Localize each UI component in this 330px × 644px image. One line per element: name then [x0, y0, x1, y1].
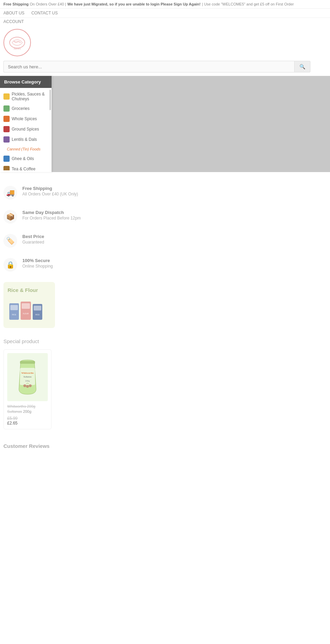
feature-subtitle-secure: Online Shopping [22, 264, 53, 269]
browse-scrollbar[interactable] [50, 90, 51, 110]
feature-same-day: 📦 Same Day Dispatch For Orders Placed Be… [3, 210, 327, 224]
svg-rect-11 [20, 361, 35, 364]
category-icon-whole-spices [3, 116, 10, 122]
banner-shipping: Free Shipping On Orders Over £40 | [3, 2, 66, 6]
special-product-section: Special product Whitworths Sultanas 200g [0, 335, 330, 436]
feature-title-price: Best Price [22, 234, 44, 239]
browse-panel: Browse Category Pickles, Sauces & Chutne… [0, 76, 52, 172]
category-label-groceries: Groceries [12, 106, 30, 111]
category-label-whole-spices: Whole Spices [12, 116, 37, 121]
canned-section-label: Canned (Tin) Foods [3, 146, 44, 152]
browse-panel-list: Pickles, Sauces & Chutneys Groceries Who… [0, 88, 52, 170]
feature-subtitle-price: Guaranteed [22, 240, 44, 245]
category-ghee[interactable]: Ghee & Oils [0, 154, 52, 164]
free-shipping-icon: 🚚 [3, 186, 17, 200]
special-product-title: Special product [3, 338, 327, 344]
search-button[interactable]: 🔍 [294, 61, 310, 72]
svg-text:FLOUR: FLOUR [23, 313, 29, 315]
category-label-tea: Tea & Coffee [12, 167, 35, 170]
category-groceries[interactable]: Groceries [0, 103, 52, 114]
free-shipping-text: Free Shipping All Orders Over £40 (UK On… [22, 186, 78, 196]
hero-image-area [52, 76, 330, 172]
browse-panel-title: Browse Category [0, 76, 52, 88]
account-label[interactable]: ACCOUNT [3, 19, 24, 24]
nav-bar: ABOUT US CONTACT US [0, 9, 330, 18]
category-section-canned: Canned (Tin) Foods [0, 145, 52, 154]
banner-migration: We have just Migrated, so if you are una… [67, 2, 201, 6]
rice-flour-svg: RICE FLOUR RICE [8, 296, 49, 324]
sultanas-svg: Whitworths Sultanas 200g [14, 358, 41, 396]
best-price-text: Best Price Guaranteed [22, 234, 44, 245]
svg-text:200g: 200g [25, 380, 30, 382]
svg-text:Sultanas: Sultanas [23, 376, 31, 378]
svg-rect-9 [34, 306, 41, 310]
category-icon-ground-spices [3, 126, 10, 132]
category-card-section: Rice & Flour RICE FLOUR RICE [0, 279, 330, 335]
svg-point-17 [26, 385, 29, 388]
rice-flour-card[interactable]: Rice & Flour RICE FLOUR RICE [3, 282, 55, 328]
feature-best-price: 🏷️ Best Price Guaranteed [3, 234, 327, 248]
banner-coupon: | Use code "WELCOME5" and get £5 off on … [202, 2, 294, 6]
category-label-ghee: Ghee & Oils [12, 156, 34, 161]
category-icon-pickles [3, 93, 10, 100]
nav-contact[interactable]: CONTACT US [31, 11, 58, 15]
category-pickles[interactable]: Pickles, Sauces & Chutneys [0, 90, 52, 103]
category-tea[interactable]: Tea & Coffee [0, 164, 52, 170]
feature-secure: 🔒 100% Secure Online Shopping [3, 258, 327, 272]
svg-text:RICE: RICE [35, 314, 40, 316]
category-icon-ghee [3, 156, 10, 162]
search-icon: 🔍 [299, 64, 305, 69]
product-card-sultanas[interactable]: Whitworths Sultanas 200g Whitworths 200g… [3, 349, 52, 429]
feature-title-secure: 100% Secure [22, 258, 53, 263]
logo[interactable]: Sarees [3, 29, 31, 56]
search-bar: 🔍 [0, 58, 330, 76]
hero-section: Browse Category Pickles, Sauces & Chutne… [0, 76, 330, 172]
search-input[interactable] [3, 61, 294, 72]
logo-svg: Sarees [7, 32, 28, 53]
svg-rect-3 [10, 305, 18, 310]
reviews-section: Customer Reviews [0, 436, 330, 456]
feature-subtitle-dispatch: For Orders Placed Before 12pm [22, 216, 81, 221]
category-icon-tea [3, 166, 10, 170]
same-day-icon: 📦 [3, 210, 17, 224]
product-name-suffix: 200g [23, 409, 31, 414]
top-banner: Free Shipping On Orders Over £40 | We ha… [0, 0, 330, 9]
nav-about[interactable]: ABOUT US [3, 11, 24, 15]
product-prices: £5.99 £2.65 [7, 416, 48, 426]
logo-area: Sarees [0, 25, 330, 58]
feature-title-shipping: Free Shipping [22, 186, 78, 191]
category-label-ground-spices: Ground Spices [12, 127, 39, 132]
feature-title-dispatch: Same Day Dispatch [22, 210, 81, 215]
svg-text:RICE: RICE [12, 314, 16, 316]
secure-text: 100% Secure Online Shopping [22, 258, 53, 269]
svg-text:Sarees: Sarees [13, 47, 21, 50]
feature-subtitle-shipping: All Orders Over £40 (UK Only) [22, 192, 78, 196]
price-sale: £2.65 [7, 421, 48, 426]
category-label-pickles: Pickles, Sauces & Chutneys [12, 92, 48, 101]
best-price-icon: 🏷️ [3, 234, 17, 248]
product-name-sultanas: Whitworths 200g Sultanas 200g [7, 404, 48, 415]
category-icon-groceries [3, 105, 10, 112]
rice-flour-title: Rice & Flour [8, 287, 51, 293]
category-whole-spices[interactable]: Whole Spices [0, 114, 52, 124]
reviews-title: Customer Reviews [3, 443, 327, 449]
category-ground-spices[interactable]: Ground Spices [0, 124, 52, 134]
account-bar: ACCOUNT [0, 18, 330, 25]
price-original: £5.99 [7, 416, 48, 421]
rice-flour-image: RICE FLOUR RICE [8, 296, 49, 324]
feature-free-shipping: 🚚 Free Shipping All Orders Over £40 (UK … [3, 186, 327, 200]
secure-icon: 🔒 [3, 258, 17, 272]
svg-point-18 [29, 384, 32, 387]
features-section: 🚚 Free Shipping All Orders Over £40 (UK … [0, 179, 330, 279]
category-lentils[interactable]: Lentils & Dals [0, 134, 52, 145]
svg-point-16 [23, 384, 26, 387]
svg-rect-6 [22, 303, 30, 309]
svg-text:Whitworths: Whitworths [21, 372, 34, 374]
category-label-lentils: Lentils & Dals [12, 137, 37, 142]
product-image-sultanas: Whitworths Sultanas 200g [7, 353, 48, 401]
same-day-text: Same Day Dispatch For Orders Placed Befo… [22, 210, 81, 221]
category-icon-lentils [3, 136, 10, 143]
